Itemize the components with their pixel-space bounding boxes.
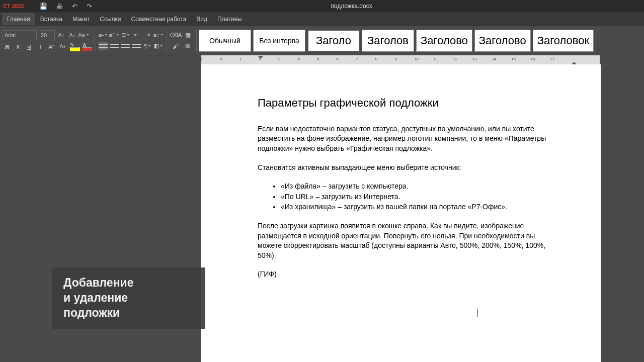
bullets-button[interactable]: ≡•	[99, 31, 108, 40]
tab-insert[interactable]: Вставка	[35, 13, 68, 25]
decrease-font-icon[interactable]: A↓	[68, 31, 77, 40]
align-center-button[interactable]	[110, 42, 119, 50]
style-preset-0[interactable]: Обычный	[199, 30, 251, 52]
align-right-button[interactable]	[121, 42, 130, 50]
overlay-line: Добавление	[63, 276, 194, 291]
increase-indent-button[interactable]: ⇥	[143, 31, 152, 40]
paragraph-mark-button[interactable]: ¶	[143, 42, 152, 51]
list-item[interactable]: «Из хранилища» – загрузить из вашей папк…	[281, 202, 559, 212]
separator	[196, 30, 197, 52]
tab-home[interactable]: Главная	[2, 13, 35, 25]
copy-style-button[interactable]: 🖌	[171, 42, 181, 51]
tab-plugins[interactable]: Плагины	[212, 13, 247, 25]
quick-access-toolbar: 💾 🖶 ↶ ↷	[39, 3, 92, 10]
change-case-icon[interactable]: Aa	[79, 31, 88, 40]
insert-field-button[interactable]: ✉	[183, 42, 193, 51]
style-preset-1[interactable]: Без интерва	[253, 30, 305, 52]
overlay-line: и удаление	[63, 291, 194, 306]
bold-button[interactable]: Ж	[3, 42, 12, 51]
line-spacing-button[interactable]: ≡↕	[154, 31, 163, 40]
doc-heading[interactable]: Параметры графической подложки	[258, 96, 559, 111]
style-gallery: ОбычныйБез интерваЗаголоЗаголовЗаголовоЗ…	[199, 30, 594, 52]
text-cursor-icon	[477, 309, 477, 317]
toolbar: A↑ A↓ Aa Ж К Ч Т A² A₂ ≡• ≡1 ⊟ ⇤ ⇥ ≡↕	[0, 26, 644, 55]
italic-button[interactable]: К	[14, 42, 23, 51]
strikethrough-button[interactable]: Т	[36, 42, 45, 51]
increase-font-icon[interactable]: A↑	[57, 31, 66, 40]
font-name-select[interactable]	[3, 30, 37, 40]
video-caption-overlay: Добавление и удаление подложки	[52, 267, 205, 329]
doc-paragraph[interactable]: После загрузки картинка появится в окошк…	[258, 221, 559, 260]
print-icon[interactable]: 🖶	[56, 3, 63, 10]
style-preset-4[interactable]: Заголово	[416, 30, 472, 52]
tab-layout[interactable]: Макет	[67, 13, 95, 25]
redo-icon[interactable]: ↷	[87, 3, 92, 10]
subscript-button[interactable]: A₂	[58, 42, 67, 51]
highlight-color-button[interactable]	[69, 42, 79, 51]
underline-button[interactable]: Ч	[25, 42, 34, 51]
style-preset-5[interactable]: Заголово	[474, 30, 531, 52]
undo-icon[interactable]: ↶	[72, 3, 77, 10]
font-size-select[interactable]	[39, 30, 55, 40]
borders-button[interactable]: ▦	[183, 31, 193, 40]
page[interactable]: Параметры графической подложки Если вам …	[201, 64, 601, 362]
document-title: подложка.docx	[331, 3, 372, 10]
align-justify-button[interactable]	[132, 42, 141, 50]
separator	[167, 30, 167, 52]
style-preset-3[interactable]: Заголов	[362, 30, 414, 52]
decrease-indent-button[interactable]: ⇤	[132, 31, 141, 40]
style-preset-2[interactable]: Заголо	[307, 30, 360, 52]
superscript-button[interactable]: A²	[47, 42, 56, 51]
doc-list[interactable]: «Из файла» – загрузить с компьютера. «По…	[281, 182, 559, 212]
style-preset-6[interactable]: Заголовок	[533, 30, 594, 52]
save-icon[interactable]: 💾	[39, 3, 47, 10]
numbering-button[interactable]: ≡1	[110, 31, 119, 40]
tab-collaboration[interactable]: Совместная работа	[126, 13, 192, 25]
overlay-line: подложки	[63, 306, 194, 321]
ruler-indent-right-icon[interactable]	[572, 59, 577, 64]
horizontal-ruler[interactable]: 2101234567891011121314151617	[0, 55, 644, 64]
clear-format-button[interactable]: ⌫A	[171, 31, 181, 40]
tab-view[interactable]: Вид	[191, 13, 212, 25]
separator	[95, 30, 95, 52]
list-item[interactable]: «Из файла» – загрузить с компьютера.	[281, 182, 559, 192]
font-color-button[interactable]	[81, 42, 91, 51]
doc-paragraph[interactable]: (ГИФ)	[258, 269, 559, 280]
doc-paragraph[interactable]: Становится активным выпадающее меню выбе…	[258, 163, 559, 173]
title-bar: СТ 2022 💾 🖶 ↶ ↷ подложка.docx	[0, 0, 644, 12]
shading-button[interactable]: ◧	[154, 42, 163, 51]
multilevel-button[interactable]: ⊟	[121, 31, 130, 40]
menu-bar: Главная Вставка Макет Ссылки Совместная …	[0, 12, 644, 26]
list-item[interactable]: «По URL» – загрузить из Интернета.	[281, 192, 559, 202]
align-left-button[interactable]	[99, 42, 108, 50]
doc-paragraph[interactable]: Если вам недостаточно вариантов статуса,…	[258, 124, 559, 154]
tab-references[interactable]: Ссылки	[95, 13, 126, 25]
app-logo: СТ 2022	[3, 3, 24, 9]
